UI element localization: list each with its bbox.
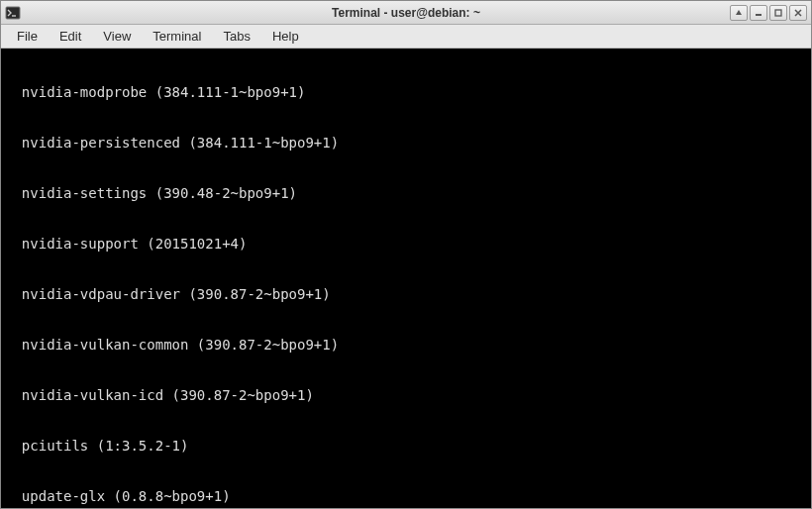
package-line: nvidia-vulkan-common (390.87-2~bpo9+1) (5, 337, 807, 354)
menu-file[interactable]: File (7, 27, 48, 46)
menu-edit[interactable]: Edit (50, 27, 91, 46)
package-line: pciutils (1:3.5.2-1) (5, 438, 807, 455)
window-title: Terminal - user@debian: ~ (332, 6, 480, 20)
window-titlebar: Terminal - user@debian: ~ (1, 1, 811, 25)
package-line: nvidia-modprobe (384.111-1~bpo9+1) (5, 84, 807, 101)
menu-help[interactable]: Help (262, 27, 309, 46)
menu-terminal[interactable]: Terminal (143, 27, 211, 46)
package-line: nvidia-persistenced (384.111-1~bpo9+1) (5, 135, 807, 152)
maximize-button[interactable] (769, 5, 787, 21)
terminal-app-icon (5, 5, 21, 21)
close-button[interactable] (789, 5, 807, 21)
package-line: nvidia-vulkan-icd (390.87-2~bpo9+1) (5, 387, 807, 404)
window-controls (730, 5, 807, 21)
package-line: nvidia-vdpau-driver (390.87-2~bpo9+1) (5, 286, 807, 303)
package-line: nvidia-settings (390.48-2~bpo9+1) (5, 185, 807, 202)
package-line: update-glx (0.8.8~bpo9+1) (5, 488, 807, 505)
menu-tabs[interactable]: Tabs (213, 27, 259, 46)
terminal-viewport[interactable]: nvidia-modprobe (384.111-1~bpo9+1) nvidi… (1, 49, 811, 508)
menu-view[interactable]: View (93, 27, 141, 46)
always-on-top-button[interactable] (730, 5, 748, 21)
svg-rect-2 (756, 14, 761, 16)
svg-rect-0 (6, 7, 20, 19)
menu-bar: File Edit View Terminal Tabs Help (1, 25, 811, 49)
minimize-button[interactable] (750, 5, 767, 21)
svg-rect-3 (775, 10, 781, 16)
package-line: nvidia-support (20151021+4) (5, 236, 807, 253)
